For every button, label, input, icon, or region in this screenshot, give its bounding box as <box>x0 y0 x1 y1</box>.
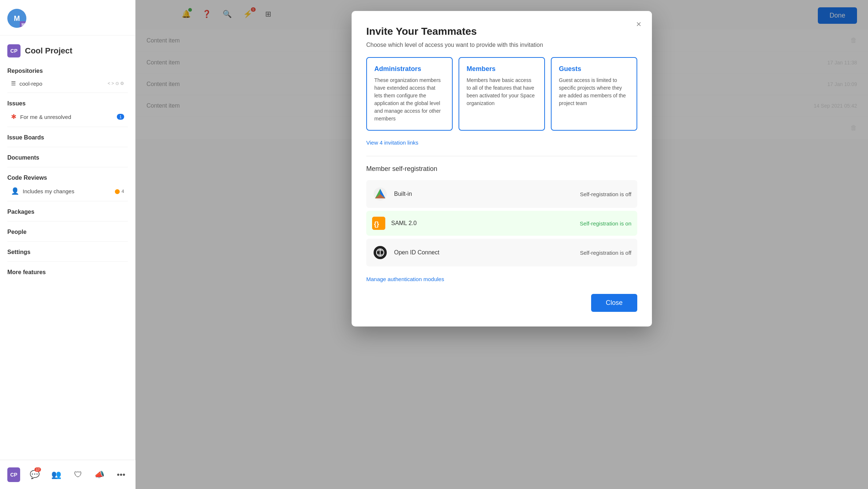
modal-close-button[interactable]: × <box>633 18 645 30</box>
view-invitations-link[interactable]: View 4 invitation links <box>366 139 418 146</box>
nav-sections: Repositories ☰ cool-repo < > ⊙ ⚙ Issues … <box>0 63 135 279</box>
sidebar-item-issues[interactable]: ✱ For me & unresolved 1 <box>7 110 128 124</box>
shield-bottom-icon[interactable]: 🛡 <box>71 467 85 483</box>
saml-icon: {} <box>372 217 385 230</box>
nav-section-settings: Settings <box>7 244 128 258</box>
oidc-icon <box>372 244 388 261</box>
main-content: 🔔 ❓ 🔍 ⚡ 5 ⊞ Done Content item 17 Jan 11:… <box>136 0 868 489</box>
sidebar-top: M M <box>0 0 135 36</box>
code-review-badge: ⬤ 4 <box>115 188 124 194</box>
saml-status: Self-registration is on <box>580 220 631 227</box>
admin-card-title: Administrators <box>374 65 445 73</box>
modal-footer: Close <box>366 294 637 312</box>
nav-section-documents: Documents <box>7 150 128 164</box>
group-bottom-icon[interactable]: 👥 <box>49 467 63 483</box>
chat-bottom-icon[interactable]: 💬 17 <box>27 467 42 483</box>
oidc-name: Open ID Connect <box>394 249 574 256</box>
bottom-avatar[interactable]: CP <box>7 467 20 482</box>
project-header: CP Cool Project <box>0 36 135 63</box>
nav-section-issues: Issues <box>7 96 128 110</box>
sidebar-bottom: CP 💬 17 👥 🛡 📣 ••• <box>0 460 136 489</box>
nav-section-repositories: Repositories <box>7 63 128 77</box>
access-cards: Administrators These organization member… <box>366 57 637 131</box>
project-title: Cool Project <box>25 46 73 56</box>
more-bottom-icon[interactable]: ••• <box>114 467 128 483</box>
nav-section-issue-boards: Issue Boards <box>7 130 128 144</box>
project-icon: CP <box>7 44 21 57</box>
sidebar-item-cool-repo[interactable]: ☰ cool-repo < > ⊙ ⚙ <box>7 77 128 90</box>
members-card-desc: Members have basic access to all of the … <box>467 76 537 107</box>
nav-section-code-reviews: Code Reviews <box>7 170 128 184</box>
builtin-icon <box>372 186 388 202</box>
access-card-members[interactable]: Members Members have basic access to all… <box>459 57 545 131</box>
section-divider <box>366 156 637 156</box>
modal-subtitle: Choose which level of access you want to… <box>366 42 637 48</box>
avatar-badge: M <box>20 21 26 28</box>
invite-modal: × Invite Your Teammates Choose which lev… <box>352 11 652 326</box>
app-container: M M CP Cool Project Repositories ☰ cool-… <box>0 0 868 489</box>
sidebar: M M CP Cool Project Repositories ☰ cool-… <box>0 0 136 489</box>
person-icon: 👤 <box>11 187 19 195</box>
oidc-status: Self-registration is off <box>580 250 631 256</box>
saml-name: SAML 2.0 <box>391 220 574 227</box>
issues-badge: 1 <box>117 114 124 120</box>
list-icon: ☰ <box>11 80 16 87</box>
reg-item-builtin[interactable]: Built-in Self-registration is off <box>366 180 637 208</box>
access-card-guests[interactable]: Guests Guest access is limited to specif… <box>551 57 637 131</box>
members-card-title: Members <box>467 65 537 73</box>
megaphone-bottom-icon[interactable]: 📣 <box>92 467 107 483</box>
nav-section-people: People <box>7 224 128 238</box>
modal-title: Invite Your Teammates <box>366 26 637 37</box>
sidebar-item-code-reviews[interactable]: 👤 Includes my changes ⬤ 4 <box>7 184 128 198</box>
access-card-administrators[interactable]: Administrators These organization member… <box>366 57 453 131</box>
avatar[interactable]: M M <box>7 9 26 28</box>
close-button[interactable]: Close <box>591 294 637 312</box>
builtin-name: Built-in <box>394 191 574 197</box>
guests-card-title: Guests <box>559 65 629 73</box>
self-reg-title: Member self-registration <box>366 165 637 173</box>
reg-item-oidc[interactable]: Open ID Connect Self-registration is off <box>366 239 637 266</box>
chat-badge: 17 <box>34 467 41 472</box>
svg-text:{}: {} <box>374 220 379 228</box>
builtin-status: Self-registration is off <box>580 191 631 197</box>
admin-card-desc: These organization members have extended… <box>374 76 445 123</box>
code-icon: < > ⊙ ⚙ <box>108 81 124 86</box>
guests-card-desc: Guest access is limited to specific proj… <box>559 76 629 107</box>
modal-overlay: × Invite Your Teammates Choose which lev… <box>136 0 868 489</box>
nav-section-more-features: More features <box>7 265 128 279</box>
reg-item-saml[interactable]: {} SAML 2.0 Self-registration is on <box>366 211 637 236</box>
nav-section-packages: Packages <box>7 204 128 218</box>
manage-auth-link[interactable]: Manage authentication modules <box>366 276 444 282</box>
asterisk-icon: ✱ <box>11 113 16 121</box>
